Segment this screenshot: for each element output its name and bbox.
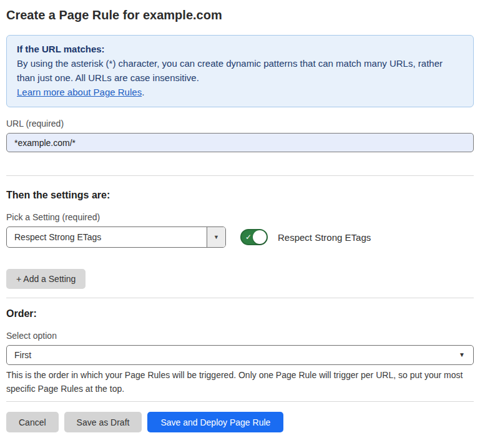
footer-actions: Cancel Save as Draft Save and Deploy Pag… — [6, 412, 474, 432]
url-input[interactable] — [6, 133, 474, 152]
setting-select-arrow-button[interactable]: ▼ — [207, 227, 225, 247]
setting-toggle-label: Respect Strong ETags — [278, 232, 371, 243]
add-setting-button[interactable]: + Add a Setting — [6, 269, 86, 289]
setting-select[interactable]: Respect Strong ETags ▼ — [6, 226, 226, 248]
info-box-heading: If the URL matches: — [17, 42, 463, 56]
order-heading: Order: — [6, 308, 474, 319]
toggle-knob — [253, 230, 267, 244]
order-select[interactable]: First ▼ — [6, 345, 474, 365]
page-title: Create a Page Rule for example.com — [6, 7, 474, 23]
info-box-link-row: Learn more about Page Rules. — [17, 85, 463, 99]
cancel-button[interactable]: Cancel — [6, 412, 59, 432]
setting-row: Respect Strong ETags ▼ ✓ Respect Strong … — [6, 226, 474, 248]
save-as-draft-button[interactable]: Save as Draft — [64, 412, 142, 432]
order-select-value: First — [14, 350, 31, 360]
page-rule-form: Create a Page Rule for example.com If th… — [0, 7, 480, 432]
info-box-body: By using the asterisk (*) character, you… — [17, 56, 463, 85]
learn-more-link[interactable]: Learn more about Page Rules — [17, 87, 142, 97]
url-label: URL (required) — [6, 119, 474, 129]
divider — [6, 298, 474, 298]
setting-toggle[interactable]: ✓ — [240, 229, 268, 245]
setting-select-value: Respect Strong ETags — [7, 227, 207, 247]
pick-setting-label: Pick a Setting (required) — [6, 212, 474, 223]
url-match-info-box: If the URL matches: By using the asteris… — [6, 35, 474, 107]
dropdown-arrow-icon: ▼ — [213, 235, 219, 240]
link-suffix: . — [142, 87, 144, 97]
order-help-text: This is the order in which your Page Rul… — [6, 368, 474, 396]
divider — [6, 175, 474, 176]
select-chevron-icon: ▼ — [459, 352, 465, 358]
order-select-label: Select option — [6, 331, 474, 341]
settings-heading: Then the settings are: — [6, 189, 474, 201]
save-and-deploy-button[interactable]: Save and Deploy Page Rule — [147, 412, 283, 432]
divider — [6, 401, 474, 402]
toggle-check-icon: ✓ — [245, 233, 252, 241]
